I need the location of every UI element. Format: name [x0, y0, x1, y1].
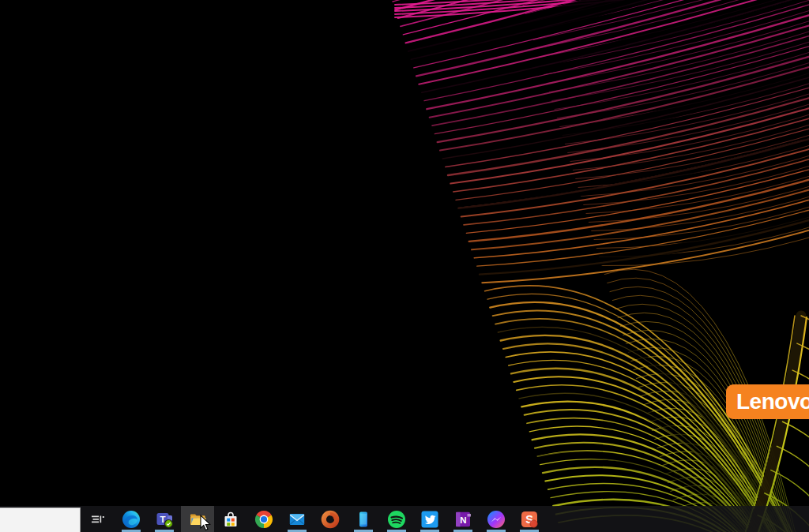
taskbar-button-your-phone[interactable]	[347, 506, 380, 532]
spotify-icon	[387, 510, 406, 529]
mail-icon	[288, 510, 307, 529]
taskbar-button-office[interactable]	[314, 506, 347, 532]
svg-text:N: N	[460, 515, 466, 524]
desktop: Lenovo	[0, 0, 809, 532]
taskbar: T	[0, 506, 809, 532]
taskbar-button-spotify[interactable]	[380, 506, 413, 532]
task-view-icon	[88, 510, 107, 529]
taskbar-buttons: T	[81, 506, 546, 532]
taskbar-button-snagit[interactable]: S	[513, 506, 546, 532]
wallpaper-feather	[0, 0, 809, 532]
taskbar-button-store[interactable]	[214, 506, 247, 532]
office-icon	[321, 510, 340, 529]
taskbar-button-mail[interactable]	[280, 506, 314, 532]
snagit-capture-badge	[530, 519, 537, 526]
messenger-icon	[487, 510, 506, 529]
taskbar-button-onenote[interactable]: N	[446, 506, 480, 532]
twitter-icon	[420, 510, 439, 529]
lenovo-badge-label: Lenovo	[736, 389, 809, 414]
taskbar-button-edge[interactable]	[115, 506, 148, 532]
taskbar-search-box[interactable]	[0, 508, 81, 532]
your-phone-icon	[354, 510, 373, 529]
edge-icon	[122, 510, 141, 529]
taskbar-button-messenger[interactable]	[480, 506, 513, 532]
lenovo-badge: Lenovo	[726, 384, 809, 419]
taskbar-button-chrome[interactable]	[247, 506, 280, 532]
taskbar-button-twitter[interactable]	[413, 506, 446, 532]
taskbar-button-file-explorer[interactable]	[181, 506, 214, 532]
teams-icon: T	[155, 510, 174, 529]
chrome-icon	[254, 510, 273, 529]
taskbar-button-teams[interactable]: T	[148, 506, 181, 532]
store-icon	[221, 510, 240, 529]
onenote-icon: N	[453, 510, 472, 529]
snagit-icon: S	[520, 510, 539, 529]
taskbar-button-task-view[interactable]	[81, 506, 115, 532]
file-explorer-icon	[188, 510, 207, 529]
